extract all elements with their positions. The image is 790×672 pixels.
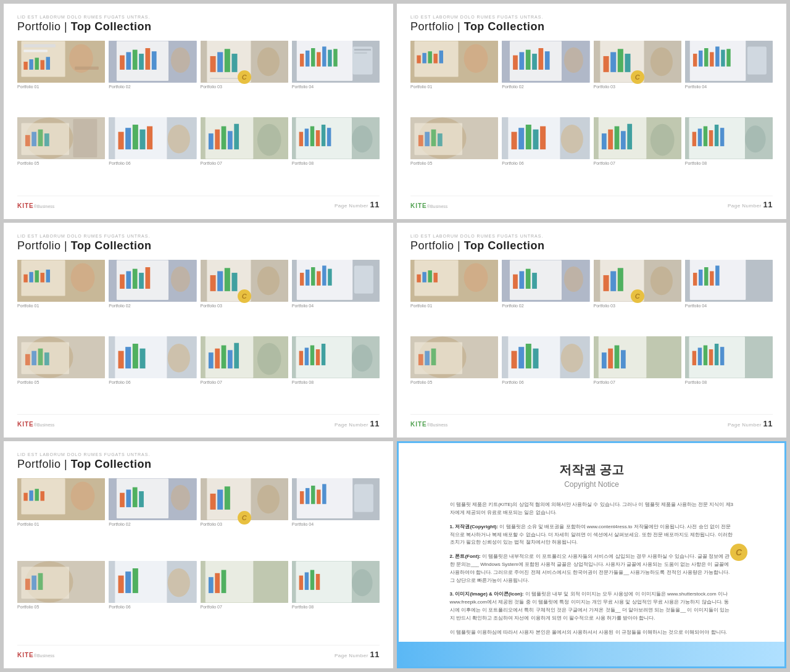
portfolio-item-1: Portfolio 01 <box>17 260 105 333</box>
portfolio-item-4: Portfolio 04 <box>685 41 773 114</box>
copyright-section3: 3. 이미지(Image) & 아이콘(Icon): 이 템플릿은 내부 및 외… <box>450 591 734 622</box>
thumbnail-8 <box>292 117 380 159</box>
portfolio-item-5: Portfolio 05 <box>410 117 498 190</box>
svg-rect-53 <box>140 130 146 149</box>
portfolio-label-8: Portfolio 08 <box>685 380 773 384</box>
copyright-badge: C <box>238 511 251 525</box>
svg-rect-3 <box>23 50 48 52</box>
svg-rect-92 <box>603 56 609 72</box>
portfolio-label-6: Portfolio 06 <box>109 161 196 165</box>
portfolio-label-2: Portfolio 02 <box>109 522 196 526</box>
thumbnail-4 <box>685 260 773 302</box>
svg-rect-233 <box>431 349 436 365</box>
svg-rect-166 <box>311 267 315 286</box>
copyright-outro: 이 템플릿을 이용하심에 따라서 사용자 본인은 올에서의 사용하셔서 사용된 … <box>450 629 734 637</box>
svg-rect-79 <box>439 51 443 64</box>
portfolio-label-4: Portfolio 04 <box>292 85 380 89</box>
slide-footer: KITE®Business Page Number 11 <box>410 414 773 429</box>
portfolio-item-5: Portfolio 05 <box>17 117 105 190</box>
svg-rect-165 <box>306 270 309 286</box>
svg-rect-45 <box>38 130 43 146</box>
svg-rect-118 <box>526 125 531 149</box>
svg-rect-177 <box>44 352 49 365</box>
svg-rect-153 <box>146 267 151 289</box>
svg-rect-151 <box>133 268 138 288</box>
portfolio-label-7: Portfolio 07 <box>594 380 681 384</box>
svg-rect-143 <box>35 270 38 282</box>
svg-rect-110 <box>418 135 423 146</box>
svg-rect-175 <box>31 351 36 365</box>
svg-point-192 <box>257 343 281 375</box>
slide-title: Portfolio | Top Collection <box>410 20 773 33</box>
svg-rect-141 <box>23 274 27 282</box>
svg-rect-51 <box>125 128 131 149</box>
svg-rect-59 <box>215 130 220 149</box>
svg-rect-168 <box>322 265 326 285</box>
portfolio-item-5: Portfolio 05 <box>17 561 105 640</box>
svg-rect-117 <box>518 128 524 149</box>
portfolio-label-2: Portfolio 02 <box>109 304 196 308</box>
thumbnail-6 <box>109 336 196 378</box>
svg-rect-272 <box>217 490 223 510</box>
svg-rect-126 <box>614 127 619 150</box>
copyright-badge: C <box>631 70 644 84</box>
svg-point-138 <box>745 126 766 153</box>
svg-rect-100 <box>699 51 702 67</box>
svg-rect-5 <box>29 59 33 70</box>
svg-rect-190 <box>227 350 232 368</box>
svg-rect-297 <box>208 577 213 593</box>
svg-rect-224 <box>699 270 702 286</box>
svg-rect-291 <box>118 576 124 593</box>
svg-rect-210 <box>513 274 518 288</box>
svg-rect-24 <box>224 49 230 72</box>
portfolio-item-6: Portfolio 06 <box>109 117 196 190</box>
portfolio-item-5: Portfolio 05 <box>410 336 498 409</box>
svg-rect-14 <box>127 52 131 69</box>
portfolio-label-5: Portfolio 05 <box>17 380 105 384</box>
svg-point-80 <box>464 44 488 73</box>
svg-rect-158 <box>217 271 223 291</box>
thumbnail-5 <box>410 336 498 378</box>
thumbnail-6 <box>109 561 196 603</box>
svg-rect-111 <box>425 132 430 146</box>
svg-rect-32 <box>311 48 315 67</box>
slide-footer: KITE®Business Page Number 11 <box>410 196 773 210</box>
svg-rect-152 <box>139 273 144 289</box>
svg-rect-293 <box>133 568 138 593</box>
svg-point-207 <box>464 263 488 292</box>
svg-rect-8 <box>46 57 50 70</box>
svg-rect-102 <box>710 52 713 66</box>
svg-rect-258 <box>29 491 33 501</box>
svg-rect-142 <box>29 272 33 282</box>
svg-rect-105 <box>726 49 730 66</box>
slide-subtitle: LID EST LABORUM DOLO RUMES FUGATS UNTRAS… <box>17 15 380 19</box>
slide-subtitle: LID EST LABORUM DOLO RUMES FUGATS UNTRAS… <box>17 234 380 238</box>
thumbnail-4 <box>685 41 773 83</box>
portfolio-item-4: Portfolio 04 <box>292 260 380 333</box>
svg-rect-127 <box>620 131 625 150</box>
slide-footer: KITE®Business Page Number 11 <box>17 414 380 429</box>
copyright-body: 이 템플릿 제품은 키트(KITE)의 상업적 협의에 의해서만 사용하실 수 … <box>450 501 734 642</box>
brand: KITE®Business <box>410 418 447 429</box>
svg-rect-217 <box>603 275 609 291</box>
svg-rect-16 <box>139 54 144 70</box>
svg-rect-133 <box>697 129 701 146</box>
svg-rect-36 <box>333 49 337 66</box>
portfolio-label-6: Portfolio 06 <box>109 605 196 609</box>
thumbnail-2 <box>109 478 196 520</box>
copyright-intro: 이 템플릿 제품은 키트(KITE)의 상업적 협의에 의해서만 사용하실 수 … <box>450 501 734 517</box>
svg-rect-38 <box>354 49 371 51</box>
svg-point-27 <box>257 48 279 77</box>
thumbnail-5 <box>17 117 105 159</box>
portfolio-label-6: Portfolio 06 <box>109 380 196 384</box>
svg-rect-227 <box>715 265 719 285</box>
svg-point-240 <box>561 344 583 373</box>
slide-title: Portfolio | Top Collection <box>410 239 773 252</box>
svg-rect-2 <box>23 44 56 48</box>
svg-rect-113 <box>438 134 443 147</box>
thumbnail-1 <box>17 41 105 83</box>
thumbnail-6 <box>109 117 196 159</box>
svg-point-121 <box>561 125 583 154</box>
svg-rect-304 <box>310 570 314 590</box>
svg-rect-116 <box>512 132 517 149</box>
